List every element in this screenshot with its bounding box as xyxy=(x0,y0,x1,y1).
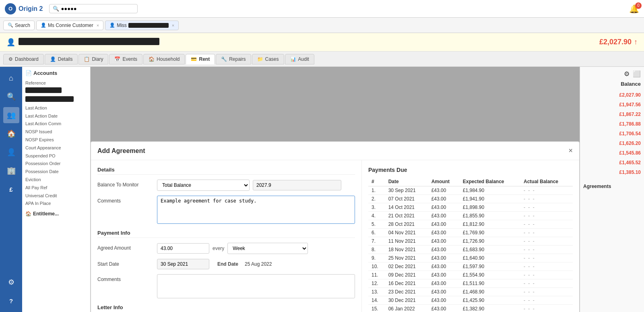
cell-amount: £43.00 xyxy=(428,220,460,229)
cell-date: 04 Nov 2021 xyxy=(385,229,428,237)
cell-actual: - - - xyxy=(520,229,573,237)
cell-date: 25 Nov 2021 xyxy=(385,254,428,262)
balance-row-item[interactable]: £1,385.10 xyxy=(583,167,641,177)
cell-amount: £43.00 xyxy=(428,186,460,195)
balance-row-item[interactable]: £1,626.20 xyxy=(583,138,641,148)
agreed-amount-input[interactable] xyxy=(157,243,209,254)
modal-title: Add Agreement xyxy=(97,147,145,155)
balance-amount-input[interactable]: 2027.9 xyxy=(253,180,341,190)
details-comments-textarea[interactable]: Example agreement for case study. xyxy=(157,196,355,224)
modal-close-button[interactable]: × xyxy=(568,147,573,155)
panel-expand-icon[interactable]: ⬜ xyxy=(633,70,641,78)
notification-bell[interactable]: 🔔 0 xyxy=(629,4,639,14)
cell-date: 11 Nov 2021 xyxy=(385,237,428,246)
tab-miss-label: Miss xyxy=(117,23,127,28)
tab-customer-close[interactable]: × xyxy=(97,23,99,28)
cell-amount: £43.00 xyxy=(428,279,460,288)
cell-actual: - - - xyxy=(520,246,573,254)
tab-miss[interactable]: 👤 Miss × xyxy=(105,21,179,30)
nav-tab-audit[interactable]: 📊 Audit xyxy=(285,54,314,64)
nav-tab-dashboard[interactable]: ⚙ Dashboard xyxy=(3,54,44,64)
table-row: 7.11 Nov 2021£43.00£1,726.90- - - xyxy=(368,237,573,246)
payment-info-section-title: Payment Info xyxy=(97,230,355,238)
payment-comments-label: Comments xyxy=(97,274,154,282)
balance-row-item[interactable]: £1,947.56 xyxy=(583,100,641,110)
balance-row-item[interactable]: £1,465.52 xyxy=(583,158,641,167)
cell-expected: £1,554.90 xyxy=(460,271,520,279)
tab-miss-close[interactable]: × xyxy=(172,23,174,28)
col-date: Date xyxy=(385,177,428,186)
sidebar-icon-search[interactable]: 🔍 xyxy=(3,89,19,105)
cell-expected: £1,597.90 xyxy=(460,262,520,271)
field-suspended-po: Suspended PO xyxy=(25,152,87,160)
dashboard-icon: ⚙ xyxy=(8,56,13,62)
search-tab-icon: 🔍 xyxy=(8,23,13,28)
end-date-label: End Date xyxy=(217,261,238,267)
cell-num: 1. xyxy=(368,186,385,195)
cell-expected: £1,683.90 xyxy=(460,246,520,254)
table-row: 5.28 Oct 2021£43.00£1,812.90- - - xyxy=(368,220,573,229)
sidebar-icon-house[interactable]: 🏠 xyxy=(3,126,19,142)
cell-actual: - - - xyxy=(520,271,573,279)
tab-bar: 🔍 Search 👤 Ms Connie Customer × 👤 Miss × xyxy=(0,18,644,33)
cell-expected: £1,812.90 xyxy=(460,220,520,229)
balance-row-item[interactable]: £1,786.88 xyxy=(583,119,641,129)
nav-tab-cases[interactable]: 📁 Cases xyxy=(252,54,284,64)
sidebar-icon-people[interactable]: 👥 xyxy=(3,107,19,123)
nav-tab-household[interactable]: 🏠 Household xyxy=(143,54,185,64)
modal-header: Add Agreement × xyxy=(91,142,579,160)
nav-tab-rent[interactable]: 💳 Rent xyxy=(186,54,215,64)
nav-tab-repairs[interactable]: 🔧 Repairs xyxy=(216,54,251,64)
global-search-box[interactable]: 🔍 xyxy=(49,4,138,13)
cell-num: 7. xyxy=(368,237,385,246)
cell-amount: £43.00 xyxy=(428,271,460,279)
cell-date: 23 Dec 2021 xyxy=(385,288,428,296)
cell-actual: - - - xyxy=(520,296,573,305)
start-date-input[interactable]: 30 Sep 2021 xyxy=(157,259,209,269)
nav-tabs: ⚙ Dashboard 👤 Details 📋 Diary 📅 Events 🏠… xyxy=(0,52,644,67)
global-search-input[interactable] xyxy=(61,6,133,12)
sidebar-icon-help[interactable]: ? xyxy=(3,293,19,309)
tab-customer[interactable]: 👤 Ms Connie Customer × xyxy=(36,21,103,30)
sidebar-icon-home[interactable]: ⌂ xyxy=(3,70,19,86)
sidebar-icon-settings[interactable]: ⚙ xyxy=(3,274,19,290)
panel-settings-icon[interactable]: ⚙ xyxy=(624,70,630,78)
balance-monitor-select[interactable]: Total Balance Rent Balance Other Balance xyxy=(157,180,250,191)
tab-search-label: Search xyxy=(15,23,30,28)
balance-row-item[interactable]: £1,867.22 xyxy=(583,110,641,119)
customer-tab-icon: 👤 xyxy=(41,23,46,28)
notification-count: 0 xyxy=(635,2,642,9)
cell-date: 18 Nov 2021 xyxy=(385,246,428,254)
sidebar-icon-pound[interactable]: £ xyxy=(3,181,19,197)
diary-label: Diary xyxy=(92,56,103,62)
nav-tab-events[interactable]: 📅 Events xyxy=(109,54,142,64)
table-row: 8.18 Nov 2021£43.00£1,683.90- - - xyxy=(368,246,573,254)
agreements-section-label: Agreements xyxy=(583,184,641,189)
field-universal-credit: Universal Credit xyxy=(25,192,87,200)
nav-tab-diary[interactable]: 📋 Diary xyxy=(78,54,108,64)
cell-actual: - - - xyxy=(520,237,573,246)
reference-value-redacted xyxy=(25,87,62,93)
cell-expected: £1,984.90 xyxy=(460,186,520,195)
cell-date: 07 Oct 2021 xyxy=(385,195,428,203)
details-comments-control: Example agreement for case study. xyxy=(157,196,355,225)
balance-row-item[interactable]: £1,545.86 xyxy=(583,148,641,158)
balance-row-item[interactable]: £2,027.90 xyxy=(583,90,641,100)
details-label: Details xyxy=(58,56,73,62)
sidebar-icon-person-add[interactable]: 👤 xyxy=(3,144,19,160)
payments-due-panel: Payments Due # Date Amount Expected Bala… xyxy=(362,160,579,312)
sidebar-icon-building[interactable]: 🏢 xyxy=(3,163,19,179)
payment-comments-textarea[interactable] xyxy=(157,274,355,298)
events-icon: 📅 xyxy=(114,56,120,62)
search-icon: 🔍 xyxy=(53,6,59,12)
cell-num: 2. xyxy=(368,195,385,203)
main-layout: ⌂ 🔍 👥 🏠 👤 🏢 £ ⚙ ? 📄 Accounts Reference L… xyxy=(0,67,644,312)
nav-tab-details[interactable]: 👤 Details xyxy=(45,54,78,64)
table-row: 3.14 Oct 2021£43.00£1,898.90- - - xyxy=(368,203,573,212)
frequency-select[interactable]: Week Fortnight Month xyxy=(227,243,308,254)
balance-row-item[interactable]: £1,706.54 xyxy=(583,129,641,138)
cell-num: 6. xyxy=(368,229,385,237)
cell-num: 5. xyxy=(368,220,385,229)
table-row: 14.30 Dec 2021£43.00£1,425.90- - - xyxy=(368,296,573,305)
tab-search[interactable]: 🔍 Search xyxy=(3,21,35,30)
